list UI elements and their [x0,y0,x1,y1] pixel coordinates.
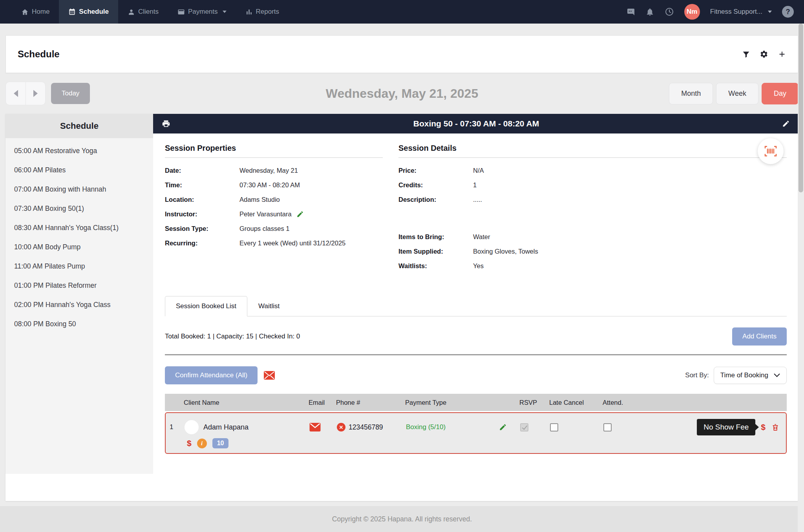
property-row: Recurring: Every 1 week (Wed) until 31/1… [165,236,383,250]
sidebar-session-item[interactable]: 11:00 AM Pilates Pump [5,257,153,276]
page-title: Schedule [18,49,60,60]
payment-type-cell: Boxing (5/10) [406,417,520,437]
property-row: Session Type: Groups classes 1 [165,221,383,236]
nav-item-clients[interactable]: Clients [118,0,168,24]
property-value: Groups classes 1 [239,225,383,232]
detail-row: Items to Bring: Water [398,230,787,244]
avatar[interactable]: Nm [684,4,700,20]
detail-label: Item Supplied: [398,248,473,255]
settings-gear-icon[interactable] [760,50,768,59]
property-label: Instructor: [165,210,239,218]
sort-by-value: Time of Booking [720,371,768,379]
vertical-scrollbar[interactable] [798,24,804,532]
sidebar-session-item[interactable]: 08:30 AM Hannah's Yoga Class(1) [5,218,153,238]
messages-icon[interactable] [626,7,635,16]
sidebar-title: Schedule [5,114,153,138]
arrow-left-icon [14,90,18,97]
sidebar-session-item[interactable]: 07:30 AM Boxing 50(1) [5,199,153,218]
schedule-header-card: Schedule [5,35,799,73]
confirm-attendance-button[interactable]: Confirm Attendance (All) [165,366,258,384]
footer: Copyright © 2025 Hapana. All rights rese… [0,506,804,532]
notifications-bell-icon[interactable] [645,7,654,16]
edit-payment-pencil-icon[interactable] [499,423,507,431]
chevron-down-icon [768,11,772,13]
row-index: 1 [166,417,185,437]
scrollbar-thumb[interactable] [799,24,803,192]
table-row: 1 Adam Hapana $ i 10 [165,412,787,454]
history-clock-icon[interactable] [665,7,674,16]
detail-row: Description: ..... [398,192,787,207]
late-cancel-checkbox[interactable] [550,423,558,431]
nav-item-reports[interactable]: Reports [236,0,289,24]
today-button[interactable]: Today [51,83,90,104]
next-day-button[interactable] [26,82,45,105]
user-menu[interactable]: Fitness Support... [710,8,772,16]
schedule-sidebar: Schedule 05:00 AM Restorative Yoga 06:00… [5,114,153,501]
prev-day-button[interactable] [6,82,26,105]
month-view-button[interactable]: Month [669,83,713,104]
email-all-icon[interactable] [264,371,275,380]
chevron-down-icon [774,373,780,377]
add-plus-icon[interactable] [778,50,786,59]
rsvp-checkbox [520,423,528,431]
person-icon [128,8,135,16]
rsvp-cell [520,417,550,437]
attend-checkbox[interactable] [603,423,612,431]
client-name[interactable]: Adam Hapana [203,423,249,431]
info-icon[interactable]: i [197,439,207,448]
property-label: Session Type: [165,225,239,232]
nav-item-payments[interactable]: Payments [168,0,236,24]
sidebar-session-item[interactable]: 07:00 AM Boxing with Hannah [5,180,153,199]
tab-waitlist[interactable]: Waitlist [247,296,291,316]
detail-row: Waitlists: Yes [398,259,787,273]
delete-booking-trash-icon[interactable] [771,423,780,432]
help-icon[interactable]: ? [782,6,794,18]
property-row: Location: Adams Studio [165,192,383,207]
home-icon [21,8,29,16]
sidebar-session-item[interactable]: 01:00 PM Pilates Reformer [5,276,153,295]
sidebar-session-item[interactable]: 02:00 PM Hannah's Yoga Class [5,295,153,314]
session-properties-heading: Session Properties [165,144,383,157]
barcode-scan-button[interactable] [758,138,784,164]
booking-summary-text: Total Booked: 1 | Capacity: 15 | Checked… [165,333,300,340]
week-view-button[interactable]: Week [716,83,758,104]
nav-item-home[interactable]: Home [12,0,59,24]
sidebar-session-item[interactable]: 06:00 AM Pilates [5,161,153,180]
sidebar-session-item[interactable]: 08:00 PM Boxing 50 [5,314,153,334]
main-nav: Home Schedule Clients Payments Reports [12,0,289,24]
no-show-fee-dollar-icon[interactable]: $ [761,422,766,432]
col-rsvp: RSVP [519,399,549,406]
add-clients-button[interactable]: Add Clients [732,327,787,346]
date-navigation: Today Wednesday, May 21, 2025 Month Week… [5,73,799,114]
booking-summary-row: Total Booked: 1 | Capacity: 15 | Checked… [165,327,787,346]
nav-home-label: Home [32,8,49,16]
sort-by-dropdown[interactable]: Time of Booking [714,367,787,384]
col-phone: Phone # [336,399,405,406]
edit-session-pencil-icon[interactable] [782,120,790,128]
day-view-button[interactable]: Day [762,83,799,104]
print-icon[interactable] [162,119,170,128]
nav-payments-label: Payments [188,8,218,16]
chevron-down-icon [223,11,227,13]
property-row: Instructor: Peter Varasuntara [165,207,383,221]
detail-label: Items to Bring: [398,233,473,241]
sidebar-session-item[interactable]: 10:00 AM Body Pump [5,238,153,257]
session-properties-section: Session Properties Date: Wednesday, May … [165,144,383,273]
sidebar-session-item[interactable]: 05:00 AM Restorative Yoga [5,141,153,161]
filter-icon[interactable] [742,50,750,59]
payment-status-dollar-icon[interactable]: $ [187,439,192,448]
table-header-row: Client Name Email Phone # Payment Type R… [165,394,787,411]
phone-cell: ✕ 123456789 [337,417,406,437]
late-cancel-cell [550,417,603,437]
tab-session-booked-list[interactable]: Session Booked List [165,296,247,316]
email-client-icon[interactable] [309,423,321,431]
detail-row: Price: N/A [398,163,787,178]
header-actions [742,50,786,59]
col-email: Email [309,399,336,406]
session-title: Boxing 50 - 07:30 AM - 08:20 AM [170,119,782,128]
col-payment-type: Payment Type [405,399,519,406]
detail-label: Description: [398,196,473,203]
edit-instructor-pencil-icon[interactable] [296,210,304,218]
nav-item-schedule[interactable]: Schedule [59,0,118,24]
divider [398,157,787,158]
